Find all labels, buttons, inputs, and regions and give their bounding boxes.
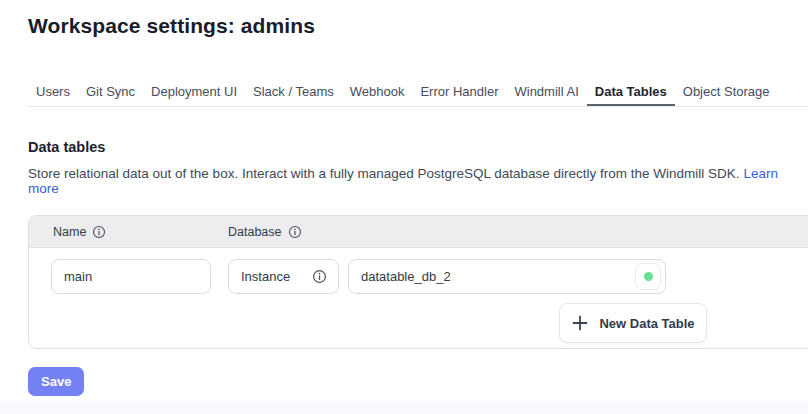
tab-slack-teams[interactable]: Slack / Teams xyxy=(245,78,342,106)
column-header-name-label: Name xyxy=(53,225,86,239)
section-description-text: Store relational data out of the box. In… xyxy=(28,166,740,181)
save-button[interactable]: Save xyxy=(28,367,84,396)
tab-error-handler[interactable]: Error Handler xyxy=(412,78,506,106)
tab-users[interactable]: Users xyxy=(28,78,78,106)
tab-webhook[interactable]: Webhook xyxy=(342,78,413,106)
database-name-input[interactable] xyxy=(348,259,666,294)
database-mode-value: Instance xyxy=(241,269,290,284)
status-ok-dot-icon xyxy=(644,272,653,281)
section-description: Store relational data out of the box. In… xyxy=(28,166,798,196)
tab-deployment-ui[interactable]: Deployment UI xyxy=(143,78,245,106)
tab-windmill-ai[interactable]: Windmill AI xyxy=(506,78,586,106)
database-mode-select[interactable]: Instance xyxy=(228,259,339,294)
column-header-name: Name xyxy=(53,216,106,248)
new-data-table-button[interactable]: New Data Table xyxy=(559,303,707,343)
new-data-table-label: New Data Table xyxy=(599,316,694,331)
tab-git-sync[interactable]: Git Sync xyxy=(78,78,143,106)
info-icon[interactable] xyxy=(288,225,302,239)
database-name-field xyxy=(348,259,666,294)
bottom-strip xyxy=(0,401,808,414)
info-icon[interactable] xyxy=(312,269,327,284)
settings-tabbar: Users Git Sync Deployment UI Slack / Tea… xyxy=(28,78,808,107)
connection-status-badge xyxy=(635,263,661,290)
section-heading: Data tables xyxy=(28,139,105,155)
plus-icon xyxy=(571,314,589,332)
tab-object-storage[interactable]: Object Storage xyxy=(675,78,778,106)
page-title: Workspace settings: admins xyxy=(28,14,315,38)
tab-data-tables[interactable]: Data Tables xyxy=(587,78,675,106)
column-header-database: Database xyxy=(228,216,302,248)
table-name-input[interactable] xyxy=(51,259,211,294)
table-header-row: Name Database xyxy=(29,216,808,248)
workspace-settings-page: Workspace settings: admins Users Git Syn… xyxy=(0,0,808,414)
info-icon[interactable] xyxy=(92,225,106,239)
column-header-database-label: Database xyxy=(228,225,282,239)
